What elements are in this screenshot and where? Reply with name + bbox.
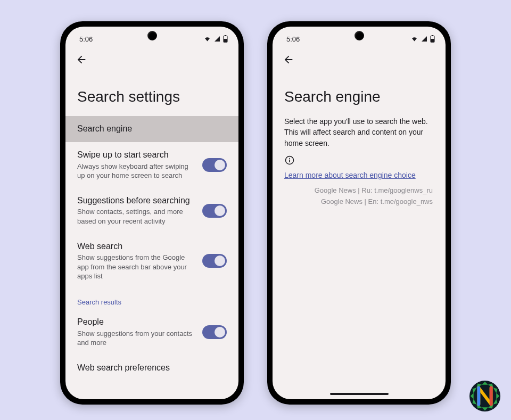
row-swipe-up[interactable]: Swipe up to start search Always show key… [65,142,238,188]
row-web-search[interactable]: Web search Show suggestions from the Goo… [65,234,238,289]
page-title: Search settings [65,71,238,116]
back-button[interactable] [278,49,299,70]
toggle-suggestions[interactable] [202,204,227,218]
back-button[interactable] [71,49,92,70]
signal-icon [213,36,221,42]
info-icon [284,155,295,166]
row-web-search-preferences[interactable]: Web search preferences [65,355,238,374]
battery-icon [430,35,435,43]
camera-cutout [147,31,157,40]
credit-line-2: Google News | En: t.me/google_nws [273,195,446,207]
screen-right: 5:06 Search engine Select the app you'll… [273,27,446,399]
svg-rect-2 [224,39,227,42]
arrow-back-icon [76,54,87,65]
svg-rect-5 [431,39,434,42]
row-title: Search engine [77,123,227,135]
battery-icon [223,35,228,43]
svg-rect-7 [289,160,290,162]
row-subtitle: Always show keyboard after swiping up on… [77,162,196,180]
home-indicator[interactable] [330,393,389,395]
source-logo-icon [468,380,501,413]
screen-left: 5:06 Search settings Search engine [65,27,238,399]
svg-rect-1 [225,35,226,36]
row-title: Web search [77,241,196,252]
page-title: Search engine [273,71,446,116]
wifi-icon [203,36,211,42]
toggle-people[interactable] [202,325,227,339]
row-subtitle: Show suggestions from the Google app fro… [77,253,196,281]
camera-cutout [355,31,364,40]
row-suggestions[interactable]: Suggestions before searching Show contac… [65,188,238,234]
credit-line-1: Google News | Ru: t.me/googlenws_ru [273,184,446,195]
info-icon-row [273,149,446,171]
row-title: People [77,317,196,328]
toggle-web-search[interactable] [202,254,227,268]
settings-list[interactable]: Search engine Swipe up to start search A… [65,116,238,399]
app-bar [273,48,446,71]
svg-rect-8 [289,158,290,159]
phone-mockup-right: 5:06 Search engine Select the app you'll… [267,21,451,405]
learn-more-link[interactable]: Learn more about search engine choice [273,171,446,184]
status-time: 5:06 [79,35,93,43]
app-bar [65,48,238,71]
row-title: Suggestions before searching [77,195,196,207]
row-people[interactable]: People Show suggestions from your contac… [65,309,238,355]
status-time: 5:06 [286,35,300,43]
row-search-engine[interactable]: Search engine [65,116,238,142]
arrow-back-icon [283,54,294,65]
row-title: Web search preferences [77,363,227,374]
status-icons [410,35,435,43]
phone-mockup-left: 5:06 Search settings Search engine [60,21,244,405]
description-text: Select the app you'll use to search the … [273,116,446,149]
svg-rect-4 [432,35,433,36]
section-label-search-results: Search results [65,289,238,309]
row-title: Swipe up to start search [77,150,196,161]
row-subtitle: Show suggestions from your contacts and … [77,329,196,348]
toggle-swipe-up[interactable] [202,158,227,172]
signal-icon [421,36,428,42]
row-subtitle: Show contacts, settings, and more based … [77,207,196,226]
wifi-icon [410,36,418,42]
status-icons [203,35,228,43]
